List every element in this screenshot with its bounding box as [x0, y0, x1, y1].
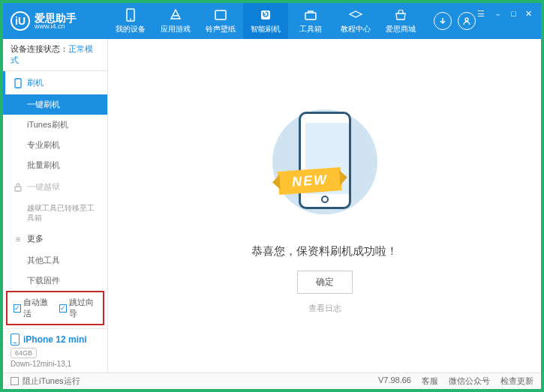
nav-my-device[interactable]: 我的设备 [108, 3, 153, 39]
checkbox-skip-guide[interactable]: ✓跳过向导 [59, 297, 98, 319]
sidebar-item-other-tools[interactable]: 其他工具 [3, 250, 107, 271]
appstore-icon [169, 8, 182, 22]
footer-link-support[interactable]: 客服 [422, 376, 438, 387]
close-icon[interactable]: ✕ [524, 7, 533, 20]
main-content: NEW 恭喜您，保资料刷机成功啦！ 确定 查看日志 [108, 39, 541, 373]
phone-icon [124, 8, 137, 22]
svg-rect-7 [15, 187, 21, 191]
nav-toolbox[interactable]: 工具箱 [288, 3, 333, 39]
download-button[interactable] [434, 12, 452, 30]
sidebar-item-batch-flash[interactable]: 批量刷机 [3, 155, 107, 175]
sidebar-item-download-firmware[interactable]: 下载固件 [3, 271, 107, 288]
svg-rect-6 [15, 79, 21, 88]
sidebar-item-oneclick-flash[interactable]: 一键刷机 [3, 94, 107, 115]
svg-rect-2 [215, 10, 226, 19]
minimize-icon[interactable]: － [492, 7, 503, 22]
logo[interactable]: iU 爱思助手 www.i4.cn [11, 11, 108, 31]
device-block[interactable]: iPhone 12 mini 64GB Down-12mini-13,1 [3, 328, 107, 373]
device-firmware: Down-12mini-13,1 [11, 360, 100, 368]
sidebar: 设备连接状态：正常模式 刷机 一键刷机 iTunes刷机 专业刷机 批量刷机 一… [3, 39, 108, 373]
sidebar-item-itunes-flash[interactable]: iTunes刷机 [3, 115, 107, 135]
phone-icon [14, 79, 23, 88]
store-icon [394, 8, 407, 22]
footer: 阻止iTunes运行 V7.98.66 客服 微信公众号 检查更新 [3, 373, 541, 389]
options-row: ✓自动激活 ✓跳过向导 [6, 291, 104, 325]
sidebar-section-flash[interactable]: 刷机 [3, 71, 107, 94]
jailbreak-note: 越狱工具已转移至工具箱 [3, 199, 107, 227]
titlebar: iU 爱思助手 www.i4.cn 我的设备 应用游戏 铃声壁纸 智能刷机 [3, 3, 541, 39]
window-controls: ☰ － □ ✕ [476, 7, 533, 22]
app-window: iU 爱思助手 www.i4.cn 我的设备 应用游戏 铃声壁纸 智能刷机 [0, 0, 544, 392]
svg-point-1 [130, 18, 131, 19]
nav-ringtones[interactable]: 铃声壁纸 [198, 3, 243, 39]
refresh-icon [259, 8, 272, 22]
success-illustration: NEW [257, 98, 392, 233]
connection-status: 设备连接状态：正常模式 [3, 39, 107, 71]
nav-apps-games[interactable]: 应用游戏 [153, 3, 198, 39]
version-label: V7.98.66 [378, 376, 411, 387]
menu-icon: ≡ [14, 235, 23, 244]
sidebar-item-pro-flash[interactable]: 专业刷机 [3, 135, 107, 155]
menu-icon[interactable]: ☰ [476, 7, 486, 20]
new-banner: NEW [278, 167, 342, 195]
storage-badge: 64GB [11, 348, 37, 358]
main-nav: 我的设备 应用游戏 铃声壁纸 智能刷机 工具箱 教程中心 [108, 3, 426, 39]
footer-link-update[interactable]: 检查更新 [500, 376, 533, 387]
sidebar-section-jailbreak[interactable]: 一键越狱 [3, 175, 107, 199]
sidebar-section-more[interactable]: ≡ 更多 [3, 227, 107, 250]
nav-tutorials[interactable]: 教程中心 [333, 3, 378, 39]
lock-icon [14, 183, 23, 192]
user-button[interactable] [458, 12, 476, 30]
app-name: 爱思助手 [35, 13, 77, 23]
svg-rect-4 [305, 13, 316, 19]
phone-icon [11, 334, 20, 346]
view-log-link[interactable]: 查看日志 [308, 303, 341, 314]
device-name: iPhone 12 mini [11, 334, 100, 346]
ok-button[interactable]: 确定 [297, 271, 353, 294]
success-message: 恭喜您，保资料刷机成功啦！ [251, 244, 398, 259]
toolbox-icon [304, 8, 317, 22]
footer-link-wechat[interactable]: 微信公众号 [449, 376, 490, 387]
nav-smart-flash[interactable]: 智能刷机 [243, 3, 288, 39]
checkbox-block-itunes[interactable]: 阻止iTunes运行 [11, 376, 80, 387]
svg-point-5 [465, 18, 468, 21]
logo-icon: iU [11, 11, 30, 31]
nav-store[interactable]: 爱思商城 [378, 3, 423, 39]
checkbox-auto-activate[interactable]: ✓自动激活 [14, 297, 52, 319]
wallpaper-icon [214, 8, 227, 22]
app-url: www.i4.cn [35, 23, 77, 30]
graduation-icon [349, 8, 362, 22]
maximize-icon[interactable]: □ [509, 7, 518, 19]
